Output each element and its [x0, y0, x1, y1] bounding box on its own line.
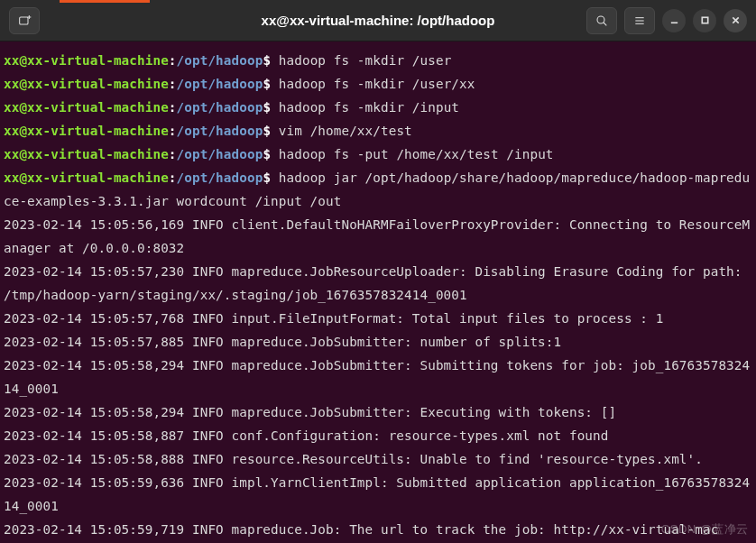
svg-rect-9	[702, 17, 707, 23]
terminal-log-line: 2023-02-14 15:05:58,294 INFO mapreduce.J…	[4, 400, 752, 424]
watermark-text: CSDN @蓝净云	[661, 521, 749, 538]
prompt-user-host: xx@xx-virtual-machine	[4, 77, 169, 91]
prompt-colon: :	[169, 53, 177, 68]
new-tab-icon	[17, 14, 32, 28]
command-text: vim /home/xx/test	[279, 124, 412, 138]
new-tab-button[interactable]	[9, 7, 40, 34]
titlebar-left-group	[9, 7, 40, 34]
terminal-command-line: xx@xx-virtual-machine:/opt/hadoop$ hadoo…	[4, 166, 752, 213]
maximize-button[interactable]	[693, 9, 716, 32]
prompt-path: /opt/hadoop	[177, 100, 263, 115]
prompt-colon: :	[169, 170, 177, 185]
search-icon	[595, 14, 609, 28]
prompt-symbol: $	[263, 77, 278, 91]
terminal-output[interactable]: xx@xx-virtual-machine:/opt/hadoop$ hadoo…	[0, 41, 756, 543]
terminal-log-line: 2023-02-14 15:05:57,230 INFO mapreduce.J…	[4, 260, 752, 307]
prompt-path: /opt/hadoop	[177, 170, 263, 185]
prompt-path: /opt/hadoop	[177, 53, 263, 68]
prompt-user-host: xx@xx-virtual-machine	[4, 124, 169, 138]
minimize-button[interactable]	[662, 9, 686, 32]
window-titlebar: xx@xx-virtual-machine: /opt/hadoop	[0, 0, 756, 41]
prompt-user-host: xx@xx-virtual-machine	[4, 170, 169, 185]
prompt-path: /opt/hadoop	[177, 124, 263, 138]
close-button[interactable]	[724, 9, 747, 32]
command-text: hadoop fs -mkdir /user	[279, 53, 452, 68]
prompt-colon: :	[169, 77, 177, 91]
terminal-log-line: 2023-02-14 15:05:58,887 INFO conf.Config…	[4, 424, 752, 447]
command-text: hadoop fs -mkdir /input	[279, 100, 459, 115]
menu-icon	[632, 14, 647, 28]
terminal-log-line: 2023-02-14 15:05:59,636 INFO impl.YarnCl…	[4, 471, 752, 518]
hamburger-menu-button[interactable]	[624, 7, 655, 34]
prompt-colon: :	[169, 147, 177, 161]
prompt-path: /opt/hadoop	[177, 147, 263, 161]
close-icon	[731, 15, 741, 25]
maximize-icon	[700, 15, 710, 25]
terminal-command-line: xx@xx-virtual-machine:/opt/hadoop$ hadoo…	[4, 72, 752, 96]
prompt-path: /opt/hadoop	[177, 77, 263, 91]
prompt-symbol: $	[263, 147, 278, 161]
terminal-log-line: 2023-02-14 15:05:57,885 INFO mapreduce.J…	[4, 330, 752, 354]
prompt-colon: :	[169, 100, 177, 115]
terminal-log-line: 2023-02-14 15:05:56,169 INFO client.Defa…	[4, 213, 752, 260]
terminal-log-line: 2023-02-14 15:05:59,719 INFO mapreduce.J…	[4, 518, 752, 541]
prompt-symbol: $	[263, 170, 278, 185]
svg-line-4	[604, 23, 606, 25]
command-text: hadoop fs -put /home/xx/test /input	[279, 147, 554, 161]
terminal-log-line: 2023-02-14 15:05:58,294 INFO mapreduce.J…	[4, 354, 752, 400]
svg-point-3	[597, 16, 604, 23]
svg-rect-0	[20, 17, 28, 24]
terminal-command-line: xx@xx-virtual-machine:/opt/hadoop$ hadoo…	[4, 49, 752, 72]
terminal-command-line: xx@xx-virtual-machine:/opt/hadoop$ hadoo…	[4, 143, 752, 166]
prompt-user-host: xx@xx-virtual-machine	[4, 147, 169, 161]
minimize-icon	[669, 15, 679, 25]
terminal-command-line: xx@xx-virtual-machine:/opt/hadoop$ vim /…	[4, 119, 752, 143]
active-tab-indicator	[60, 0, 150, 3]
prompt-symbol: $	[263, 124, 278, 138]
prompt-user-host: xx@xx-virtual-machine	[4, 53, 169, 68]
prompt-symbol: $	[263, 53, 278, 68]
terminal-log-line: 2023-02-14 15:05:57,768 INFO input.FileI…	[4, 307, 752, 330]
prompt-symbol: $	[263, 100, 278, 115]
command-text: hadoop fs -mkdir /user/xx	[279, 77, 475, 91]
prompt-user-host: xx@xx-virtual-machine	[4, 100, 169, 115]
titlebar-right-group	[586, 7, 747, 34]
search-button[interactable]	[586, 7, 617, 34]
terminal-log-line: 2023-02-14 15:05:58,888 INFO resource.Re…	[4, 447, 752, 471]
terminal-command-line: xx@xx-virtual-machine:/opt/hadoop$ hadoo…	[4, 96, 752, 119]
prompt-colon: :	[169, 124, 177, 138]
